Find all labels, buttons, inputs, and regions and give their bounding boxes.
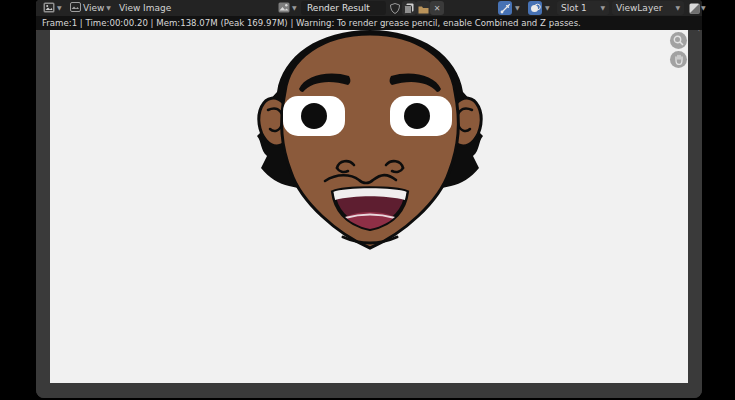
chevron-down-icon: ▼ xyxy=(545,5,550,11)
magnifier-icon xyxy=(673,31,684,50)
zoom-overlay-button[interactable] xyxy=(670,32,687,49)
area-corner-arrow-right[interactable]: ‹ xyxy=(697,30,700,34)
blender-image-editor-area: ▼ View ▼ View Image ▼ Render Result xyxy=(36,0,702,398)
overlays-icon xyxy=(530,0,541,18)
render-info-bar: Frame:1 | Time:00:00.20 | Mem:138.07M (P… xyxy=(36,16,702,30)
editor-header: ▼ View ▼ View Image ▼ Render Result xyxy=(36,0,702,16)
rendered-face-image xyxy=(255,30,485,258)
display-channels-dropdown[interactable]: ▼ xyxy=(699,1,708,15)
mode-label: View xyxy=(83,3,104,13)
area-corner-arrow-left[interactable]: › xyxy=(36,30,37,34)
editor-type-dropdown[interactable]: ▼ xyxy=(41,1,64,15)
gizmo-icon xyxy=(500,0,511,18)
chevron-down-icon: ▼ xyxy=(675,5,680,11)
left-pupil xyxy=(301,103,327,129)
chevron-down-icon: ▼ xyxy=(57,5,62,11)
hand-icon xyxy=(674,50,684,69)
chevron-down-icon: ▼ xyxy=(600,5,605,11)
image-name-field[interactable]: Render Result xyxy=(301,1,386,15)
render-stats-text: Frame:1 | Time:00:00.20 | Mem:138.07M (P… xyxy=(42,18,581,28)
render-result-canvas[interactable] xyxy=(50,30,688,383)
overlays-toggle[interactable] xyxy=(528,1,542,15)
slot-dropdown[interactable]: Slot 1 ▼ xyxy=(557,1,609,15)
right-pupil xyxy=(404,103,430,129)
image-editor-icon xyxy=(43,2,55,15)
open-image-button[interactable] xyxy=(416,1,430,15)
copy-pages-icon xyxy=(404,0,414,18)
browse-image-dropdown[interactable]: ▼ xyxy=(276,1,299,15)
chevron-down-icon: ▼ xyxy=(106,5,111,11)
slot-label: Slot 1 xyxy=(561,3,587,13)
image-browse-icon xyxy=(278,2,290,15)
new-image-button[interactable] xyxy=(402,1,416,15)
view-layer-dropdown[interactable]: ViewLayer ▼ xyxy=(612,1,684,15)
gizmos-dropdown[interactable]: ▼ xyxy=(513,1,522,15)
mode-dropdown[interactable]: View ▼ xyxy=(68,1,113,15)
chevron-down-icon: ▼ xyxy=(292,5,297,11)
gizmos-toggle[interactable] xyxy=(498,1,512,15)
pan-overlay-button[interactable] xyxy=(670,51,687,68)
chevron-down-icon: ▼ xyxy=(701,5,706,11)
view-mode-icon xyxy=(70,2,81,14)
close-icon: ✕ xyxy=(434,4,441,13)
shield-icon xyxy=(390,0,400,18)
folder-icon xyxy=(418,0,429,18)
fake-user-shield-button[interactable] xyxy=(388,1,402,15)
display-channels-icon xyxy=(689,0,700,18)
image-viewport[interactable]: › ‹ xyxy=(36,30,702,398)
unlink-image-button[interactable]: ✕ xyxy=(430,1,444,15)
overlays-dropdown[interactable]: ▼ xyxy=(543,1,552,15)
view-layer-label: ViewLayer xyxy=(616,3,662,13)
menu-image[interactable]: Image xyxy=(140,1,174,15)
chevron-down-icon: ▼ xyxy=(515,5,520,11)
